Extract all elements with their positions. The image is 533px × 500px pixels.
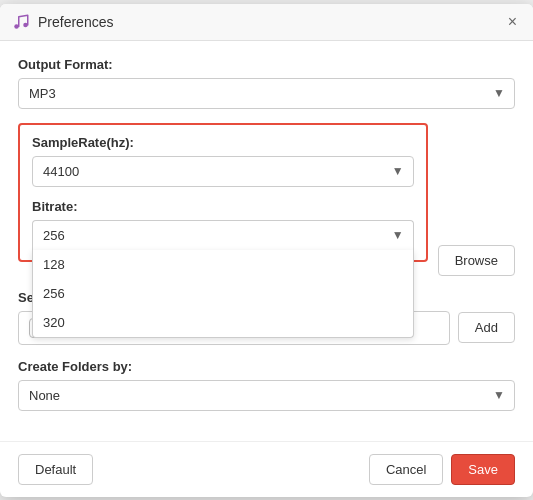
create-folders-select-wrapper: None Artist Album Genre ▼	[18, 380, 515, 411]
output-format-section: Output Format: MP3 AAC FLAC WAV ▼	[18, 57, 515, 109]
create-folders-section: Create Folders by: None Artist Album Gen…	[18, 359, 515, 411]
bitrate-select[interactable]: 256 128 320	[32, 220, 414, 250]
browse-button[interactable]: Browse	[438, 245, 515, 276]
sample-rate-select-wrapper: 44100 48000 96000 ▼	[32, 156, 414, 187]
window-title: Preferences	[38, 14, 504, 30]
create-folders-label: Create Folders by:	[18, 359, 515, 374]
content-area: Output Format: MP3 AAC FLAC WAV ▼ Sample…	[0, 41, 533, 441]
save-button[interactable]: Save	[451, 454, 515, 485]
sample-rate-section: SampleRate(hz): 44100 48000 96000 ▼	[32, 135, 414, 187]
sample-rate-label: SampleRate(hz):	[32, 135, 414, 150]
bitrate-option-128[interactable]: 128	[33, 250, 413, 279]
add-button[interactable]: Add	[458, 312, 515, 343]
output-format-select-wrapper: MP3 AAC FLAC WAV ▼	[18, 78, 515, 109]
bitrate-dropdown-list: 128 256 320	[32, 250, 414, 338]
cancel-button[interactable]: Cancel	[369, 454, 443, 485]
music-icon	[12, 13, 30, 31]
footer-right-buttons: Cancel Save	[369, 454, 515, 485]
bitrate-option-256[interactable]: 256	[33, 279, 413, 308]
sample-rate-select[interactable]: 44100 48000 96000	[32, 156, 414, 187]
browse-area: Browse	[438, 123, 515, 276]
bitrate-option-320[interactable]: 320	[33, 308, 413, 337]
preferences-window: Preferences × Output Format: MP3 AAC FLA…	[0, 4, 533, 497]
bitrate-select-container: 256 128 320 ▼	[32, 220, 414, 250]
middle-layout: SampleRate(hz): 44100 48000 96000 ▼	[18, 123, 515, 276]
create-folders-select[interactable]: None Artist Album Genre	[18, 380, 515, 411]
svg-point-0	[14, 24, 19, 29]
bitrate-section: Bitrate: 256 128 320 ▼	[32, 199, 414, 250]
bitrate-label: Bitrate:	[32, 199, 414, 214]
title-bar: Preferences ×	[0, 4, 533, 41]
close-button[interactable]: ×	[504, 12, 521, 32]
svg-point-1	[23, 22, 28, 27]
middle-left: SampleRate(hz): 44100 48000 96000 ▼	[18, 123, 428, 276]
default-button[interactable]: Default	[18, 454, 93, 485]
output-format-label: Output Format:	[18, 57, 515, 72]
output-format-select[interactable]: MP3 AAC FLAC WAV	[18, 78, 515, 109]
bitrate-dropdown-wrapper: 256 128 320 ▼ 128 256 320	[32, 220, 414, 250]
footer: Default Cancel Save	[0, 441, 533, 497]
sample-bitrate-section: SampleRate(hz): 44100 48000 96000 ▼	[18, 123, 428, 262]
